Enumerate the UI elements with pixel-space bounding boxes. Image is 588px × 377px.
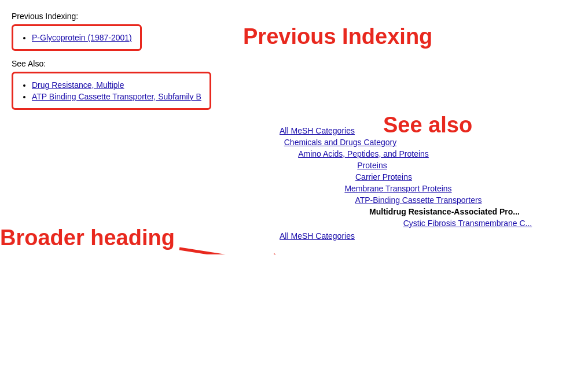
chemicals-drugs-link[interactable]: Chemicals and Drugs Category [284, 138, 397, 147]
breadcrumb-row: Carrier Proteins [12, 172, 576, 182]
breadcrumb-row: All MeSH Categories [12, 231, 576, 241]
previous-indexing-label: Previous Indexing: [12, 12, 576, 21]
all-mesh-link[interactable]: All MeSH Categories [280, 126, 355, 135]
breadcrumb-row: All MeSH Categories [12, 126, 576, 135]
breadcrumb-row: ATP-Binding Cassette Transporters [12, 195, 576, 205]
amino-acids-link[interactable]: Amino Acids, Peptides, and Proteins [298, 149, 429, 158]
list-item: Drug Resistance, Multiple [32, 80, 201, 90]
see-also-box: Drug Resistance, Multiple ATP Binding Ca… [12, 72, 211, 110]
previous-indexing-list: P-Glycoprotein (1987-2001) [21, 33, 132, 42]
breadcrumb-row: Chemicals and Drugs Category [12, 138, 576, 147]
breadcrumb-row: Multidrug Resistance-Associated Pro... [12, 207, 576, 216]
breadcrumb-row: Proteins [12, 161, 576, 170]
previous-indexing-box: P-Glycoprotein (1987-2001) [12, 24, 142, 51]
breadcrumb-row: Cystic Fibrosis Transmembrane C... [12, 219, 576, 228]
atp-binding-link[interactable]: ATP Binding Cassette Transporter, Subfam… [32, 92, 201, 101]
breadcrumb-row: Membrane Transport Proteins [12, 184, 576, 193]
list-item: P-Glycoprotein (1987-2001) [32, 33, 132, 42]
breadcrumb-section: All MeSH Categories Chemicals and Drugs … [12, 126, 576, 241]
see-also-label: See Also: [12, 59, 576, 68]
membrane-transport-link[interactable]: Membrane Transport Proteins [344, 184, 451, 193]
list-item: ATP Binding Cassette Transporter, Subfam… [32, 92, 201, 101]
carrier-proteins-link[interactable]: Carrier Proteins [355, 172, 412, 182]
all-mesh-bottom-link[interactable]: All MeSH Categories [280, 231, 355, 241]
p-glycoprotein-link[interactable]: P-Glycoprotein (1987-2001) [32, 33, 132, 42]
breadcrumb-row: Amino Acids, Peptides, and Proteins [12, 149, 576, 158]
see-also-section: See Also: Drug Resistance, Multiple ATP … [12, 59, 576, 118]
atp-binding-cassette-link[interactable]: ATP-Binding Cassette Transporters [355, 195, 482, 205]
see-also-list: Drug Resistance, Multiple ATP Binding Ca… [21, 80, 201, 101]
drug-resistance-link[interactable]: Drug Resistance, Multiple [32, 80, 124, 90]
proteins-link[interactable]: Proteins [357, 161, 387, 170]
previous-indexing-section: Previous Indexing: P-Glycoprotein (1987-… [12, 12, 576, 59]
multidrug-resistance-item: Multidrug Resistance-Associated Pro... [369, 207, 520, 216]
svg-line-1 [179, 249, 301, 254]
cystic-fibrosis-link[interactable]: Cystic Fibrosis Transmembrane C... [403, 219, 532, 228]
